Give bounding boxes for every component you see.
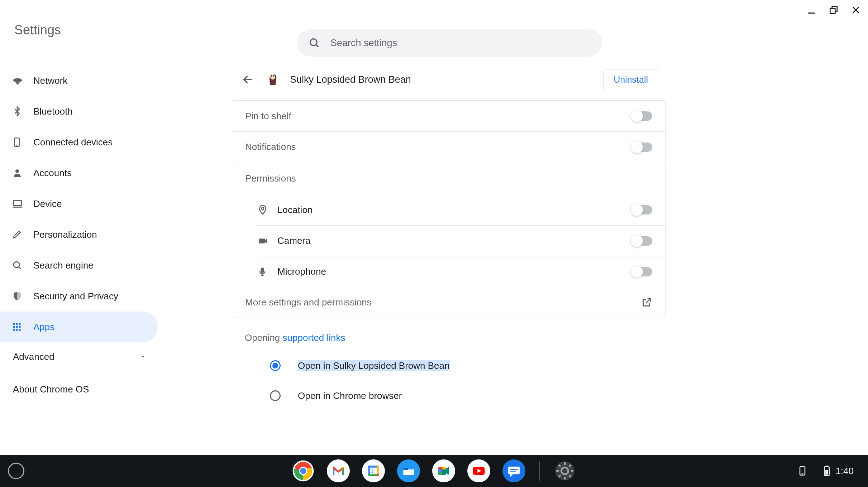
page-title: Settings <box>14 23 61 38</box>
pin-to-shelf-toggle[interactable] <box>631 111 652 121</box>
tray-status-area[interactable]: 1:40 <box>816 462 861 480</box>
svg-line-62 <box>569 465 571 467</box>
apps-grid-icon <box>12 322 33 332</box>
sidebar-item-search-engine[interactable]: Search engine <box>0 250 159 281</box>
location-toggle[interactable] <box>631 205 652 214</box>
more-settings-label: More settings and permissions <box>245 297 641 308</box>
notifications-label: Notifications <box>245 141 631 153</box>
svg-rect-44 <box>442 467 445 469</box>
shelf-app-calendar[interactable]: 31 <box>362 459 385 482</box>
camera-label: Camera <box>277 235 631 246</box>
svg-line-61 <box>559 475 561 477</box>
sidebar-item-apps[interactable]: Apps <box>0 312 158 342</box>
sidebar-item-label: Accounts <box>33 168 72 179</box>
svg-rect-45 <box>438 469 442 472</box>
tray-time: 1:40 <box>835 466 854 477</box>
sidebar-about[interactable]: About Chrome OS <box>0 375 159 404</box>
svg-point-12 <box>13 326 15 328</box>
bluetooth-icon <box>12 106 33 117</box>
sidebar-item-device[interactable]: Device <box>0 188 159 219</box>
microphone-icon <box>257 267 277 277</box>
opening-prefix: Opening <box>245 332 283 343</box>
svg-rect-7 <box>14 201 21 206</box>
svg-point-14 <box>19 326 20 328</box>
sidebar-item-label: Search engine <box>33 260 94 271</box>
sidebar-item-connected-devices[interactable]: Connected devices <box>0 127 159 158</box>
app-icon <box>265 72 281 87</box>
svg-rect-66 <box>826 466 828 467</box>
radio-open-in-app[interactable]: Open in Sulky Lopsided Brown Bean <box>232 351 666 381</box>
battery-icon <box>823 465 830 477</box>
svg-point-15 <box>13 329 15 331</box>
radio-open-in-browser[interactable]: Open in Chrome browser <box>232 381 666 411</box>
svg-point-9 <box>13 323 15 325</box>
sidebar-item-label: Device <box>33 198 62 209</box>
svg-point-29 <box>300 468 306 474</box>
sidebar-item-bluetooth[interactable]: Bluetooth <box>0 96 159 127</box>
camera-toggle[interactable] <box>631 236 652 246</box>
shelf: 31 1:40 <box>0 455 868 487</box>
sidebar-item-label: Security and Privacy <box>33 291 118 302</box>
radio-open-in-app-label: Open in Sulky Lopsided Brown Bean <box>298 360 450 371</box>
svg-rect-46 <box>438 472 442 475</box>
svg-point-6 <box>15 169 19 173</box>
svg-line-60 <box>569 475 571 477</box>
launcher-button[interactable] <box>8 463 24 479</box>
svg-rect-38 <box>377 474 379 476</box>
sidebar-item-label: Bluetooth <box>33 106 73 117</box>
shelf-divider <box>539 461 540 481</box>
microphone-label: Microphone <box>277 266 631 277</box>
shelf-app-files[interactable] <box>397 459 420 482</box>
svg-point-17 <box>19 329 20 331</box>
back-button[interactable] <box>239 71 256 88</box>
uninstall-button[interactable]: Uninstall <box>603 69 658 90</box>
shelf-app-messages[interactable] <box>502 459 525 482</box>
notifications-toggle[interactable] <box>631 143 652 152</box>
svg-rect-22 <box>259 238 265 243</box>
sidebar-item-personalization[interactable]: Personalization <box>0 219 159 250</box>
sidebar-item-network[interactable]: Network <box>0 65 159 96</box>
shelf-app-settings[interactable] <box>553 459 576 482</box>
search-input[interactable] <box>330 38 591 49</box>
search-box[interactable] <box>297 29 602 57</box>
shelf-app-meet[interactable] <box>432 459 455 482</box>
sidebar-item-security[interactable]: Security and Privacy <box>0 281 159 312</box>
app-title: Sulky Lopsided Brown Bean <box>290 74 603 85</box>
svg-point-21 <box>262 207 264 209</box>
radio-icon <box>270 390 281 401</box>
location-icon <box>257 204 277 215</box>
svg-rect-67 <box>825 470 828 474</box>
svg-point-13 <box>16 326 18 328</box>
svg-rect-50 <box>508 467 520 474</box>
chevron-down-icon <box>139 353 147 360</box>
svg-line-59 <box>559 465 561 467</box>
shield-icon <box>12 291 33 302</box>
tray-phone-hub[interactable] <box>792 462 813 480</box>
shelf-app-gmail[interactable] <box>327 459 350 482</box>
sidebar-item-label: Connected devices <box>33 137 113 148</box>
svg-point-11 <box>19 323 20 325</box>
person-icon <box>12 168 33 178</box>
radio-icon <box>270 360 281 371</box>
divider <box>0 371 147 371</box>
svg-rect-23 <box>261 268 264 273</box>
sidebar-item-accounts[interactable]: Accounts <box>0 158 159 188</box>
supported-links-link[interactable]: supported links <box>283 332 345 343</box>
svg-point-3 <box>310 39 317 45</box>
search-icon <box>308 37 320 49</box>
sidebar-advanced-label: Advanced <box>13 351 54 362</box>
microphone-toggle[interactable] <box>631 267 652 276</box>
shelf-app-chrome[interactable] <box>292 459 315 482</box>
external-link-icon <box>641 297 652 308</box>
sidebar-item-label: Personalization <box>33 229 97 240</box>
location-label: Location <box>277 204 631 216</box>
sidebar-advanced[interactable]: Advanced <box>0 342 159 371</box>
sidebar-item-label: Apps <box>33 322 54 333</box>
more-settings-row[interactable]: More settings and permissions <box>232 287 665 318</box>
sidebar-about-label: About Chrome OS <box>13 384 89 395</box>
svg-point-20 <box>273 75 275 77</box>
wifi-icon <box>12 75 33 86</box>
shelf-app-youtube[interactable] <box>467 459 490 482</box>
radio-open-in-browser-label: Open in Chrome browser <box>298 390 402 401</box>
svg-point-8 <box>14 262 19 267</box>
